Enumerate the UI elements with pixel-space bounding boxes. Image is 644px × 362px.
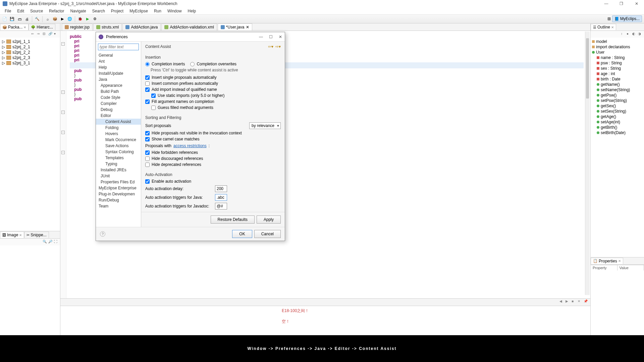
print-icon[interactable]: 🖨 (23, 16, 30, 22)
fold-icon[interactable]: − (61, 131, 65, 134)
run-icon[interactable]: ▶ (84, 16, 91, 22)
editor-tab[interactable]: AddAction-validation.xml (161, 23, 217, 31)
close-icon[interactable]: ✕ (611, 25, 614, 29)
nav-item-mark-occurrence[interactable]: Mark Occurrence (96, 137, 141, 143)
nav-item-syntax-coloring[interactable]: Syntax Coloring (96, 149, 141, 155)
close-button[interactable]: ✕ (629, 0, 644, 7)
close-icon[interactable]: ✕ (618, 259, 621, 263)
collapse-icon[interactable]: ⊟ (43, 32, 47, 37)
check-guess-args[interactable] (151, 106, 156, 110)
outline-item[interactable]: getName() (592, 82, 643, 87)
close-icon[interactable]: ✕ (246, 25, 249, 29)
outline-item[interactable]: psw : String (592, 60, 643, 66)
outline-item[interactable]: age : int (592, 71, 643, 76)
back-icon[interactable]: ⇦▾ (268, 44, 273, 49)
maximize-button[interactable]: ❐ (614, 0, 629, 7)
check-enable-auto[interactable] (145, 179, 150, 184)
nav-item-content-assist[interactable]: Content Assist (96, 119, 141, 125)
outline-item[interactable]: sex : String (592, 66, 643, 71)
clear-icon[interactable]: ✕ (578, 299, 582, 304)
nav-item-appearance[interactable]: Appearance (96, 82, 141, 88)
menu-navigate[interactable]: Navigate (67, 8, 89, 14)
nav-item-build-path[interactable]: Build Path (96, 88, 141, 95)
outline-item[interactable]: setBirth(Date) (592, 130, 643, 135)
open-type-icon[interactable]: ⌕ (44, 16, 51, 22)
zoom-in-icon[interactable]: 🔍 (43, 240, 47, 244)
pin-icon[interactable]: 📌 (584, 299, 588, 304)
menu-search[interactable]: Search (90, 8, 108, 14)
link-icon[interactable]: 🔗 (48, 32, 53, 37)
nav-item-editor[interactable]: Editor (96, 113, 141, 119)
check-hide-discouraged[interactable] (145, 157, 150, 161)
editor-tab[interactable]: register.jsp (62, 23, 93, 31)
minimize-button[interactable]: — (599, 0, 614, 7)
fold-icon[interactable]: − (61, 111, 65, 114)
check-static-imports[interactable] (151, 94, 156, 98)
outline-item[interactable]: setPsw(String) (592, 98, 643, 103)
outline-item[interactable]: setName(String) (592, 87, 643, 93)
close-icon[interactable]: ✕ (23, 25, 26, 29)
nav-item-ant[interactable]: Ant (96, 58, 141, 64)
project-item[interactable]: ▷s2prj_2_2 (1, 50, 59, 55)
nav-item-team[interactable]: Team (96, 203, 141, 209)
nav-item-installed-jres[interactable]: Installed JREs (96, 167, 141, 173)
javadoc-triggers-input[interactable] (215, 203, 227, 209)
server-icon[interactable]: ▶ (59, 16, 66, 22)
nav-item-help[interactable]: Help (96, 64, 141, 70)
menu-myeclipse[interactable]: MyEclipse (127, 8, 151, 14)
outline-item[interactable]: User (592, 50, 643, 55)
menu-icon[interactable]: ▾ (54, 32, 59, 37)
check-common-prefixes[interactable] (145, 81, 150, 86)
outline-item[interactable]: getAge() (592, 114, 643, 119)
sort-select[interactable]: by relevance (249, 122, 281, 129)
prev-icon[interactable]: ◀ (559, 299, 564, 304)
forward-icon[interactable]: ⇒ (37, 32, 42, 37)
tab-package-explorer[interactable]: 📦 Packa... ✕ (0, 24, 29, 30)
project-item[interactable]: ▷s2prj_2_3 (1, 55, 59, 60)
outline-item[interactable]: setAge(int) (592, 119, 643, 125)
dialog-close-icon[interactable]: ✕ (279, 35, 282, 39)
editor-tab-active[interactable]: *User.java ✕ (218, 23, 252, 31)
java-triggers-input[interactable] (215, 194, 227, 201)
outline-item[interactable]: setSex(String) (592, 109, 643, 114)
radio-completion-inserts[interactable] (145, 62, 150, 66)
tab-image[interactable]: 🖼 Image ✕ (0, 232, 24, 238)
outline-item[interactable]: getPsw() (592, 93, 643, 98)
project-item[interactable]: ▷s2prj_3_1 (1, 60, 59, 66)
save-all-icon[interactable]: 🗃 (16, 16, 23, 22)
project-item[interactable]: ▷s2prj_1_1 (1, 39, 59, 44)
check-hide-deprecated[interactable] (145, 163, 150, 167)
hide-nonpublic-icon[interactable]: ◑ (638, 32, 643, 37)
menu-run[interactable]: Run (151, 8, 164, 14)
nav-item-properties-files-ed[interactable]: Properties Files Ed (96, 179, 141, 185)
check-hide-forbidden[interactable] (145, 150, 150, 155)
fold-icon[interactable]: − (61, 90, 65, 94)
open-perspective-icon[interactable]: ⊞ (607, 16, 611, 21)
project-item[interactable]: ▷s2prj_2_1 (1, 44, 59, 50)
nav-item-myeclipse-enterprise[interactable]: MyEclipse Enterprise (96, 185, 141, 191)
check-add-import[interactable] (145, 87, 150, 92)
menu-edit[interactable]: Edit (14, 8, 27, 14)
outline-item[interactable]: birth : Date (592, 76, 643, 82)
outline-item[interactable]: getSex() (592, 103, 643, 109)
external-tools-icon[interactable]: ⚙ (92, 16, 98, 22)
help-icon[interactable]: ? (100, 231, 105, 237)
dialog-title-bar[interactable]: Preferences — ☐ ✕ (96, 32, 285, 42)
nav-item-typing[interactable]: Typing (96, 161, 141, 167)
stop-icon[interactable]: ■ (572, 299, 576, 304)
debug-icon[interactable]: 🐞 (77, 16, 84, 22)
nav-item-plug-in-developmen[interactable]: Plug-in Developmen (96, 191, 141, 197)
nav-item-install-update[interactable]: Install/Update (96, 70, 141, 76)
zoom-out-icon[interactable]: 🔎 (48, 240, 53, 244)
cancel-button[interactable]: Cancel (254, 230, 281, 238)
nav-item-save-actions[interactable]: Save Actions (96, 143, 141, 149)
outline-item[interactable]: model (592, 39, 643, 44)
check-hide-invisible[interactable] (145, 131, 150, 135)
nav-item-junit[interactable]: JUnit (96, 173, 141, 179)
nav-item-hovers[interactable]: Hovers (96, 131, 141, 137)
tab-snippets[interactable]: ✂ Snippe... (24, 232, 49, 238)
fold-icon[interactable]: − (61, 151, 65, 154)
menu-project[interactable]: Project (108, 8, 126, 14)
check-camel-case[interactable] (145, 137, 150, 141)
editor-tab[interactable]: struts.xml (93, 23, 122, 31)
